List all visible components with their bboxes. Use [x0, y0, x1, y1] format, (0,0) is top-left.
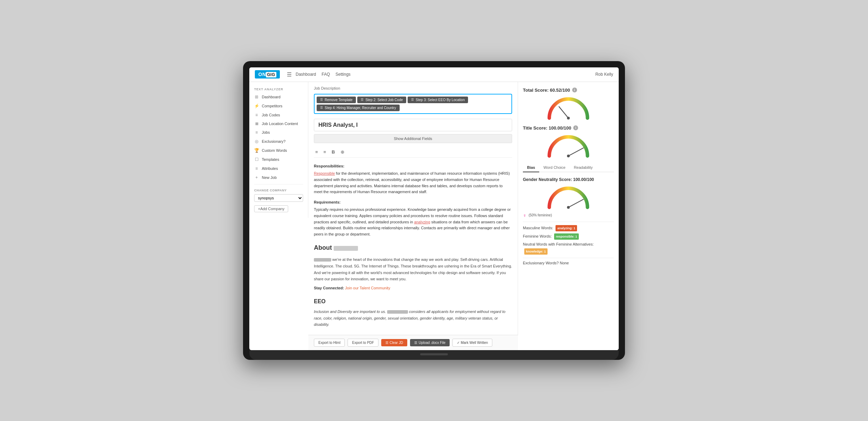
talent-community-link[interactable]: Join our Talent Community [345, 286, 390, 290]
export-pdf-button[interactable]: Export to PDF [348, 339, 378, 347]
sidebar-item-custom-words[interactable]: 🏆 Custom Words [249, 146, 308, 155]
sidebar-item-jobs[interactable]: ≡ Jobs [249, 128, 308, 137]
link-icon[interactable]: ⊕ [339, 149, 346, 155]
bold-icon[interactable]: B [330, 149, 336, 155]
sidebar-item-label: Job Location Content [262, 122, 298, 126]
export-html-button[interactable]: Export to Html [314, 339, 345, 347]
nav-dashboard[interactable]: Dashboard [296, 72, 316, 77]
jd-editor[interactable]: Responsibilities: Responsible for the de… [314, 160, 512, 331]
nav-settings[interactable]: Settings [335, 72, 350, 77]
nav-faq[interactable]: FAQ [322, 72, 330, 77]
requirements-title: Requirements: [314, 199, 512, 206]
sidebar-item-competitors[interactable]: ⚡ Competitors [249, 101, 308, 110]
tab-readability[interactable]: Readability [570, 163, 597, 172]
step1-icon: ☰ [320, 98, 323, 101]
total-score-gauge [546, 96, 591, 120]
ordered-list-icon[interactable]: ≡ [322, 149, 328, 155]
score-divider-2 [523, 258, 614, 258]
step4-icon: ☰ [320, 106, 323, 109]
additional-fields-button[interactable]: Show Additional Fields [314, 134, 512, 143]
sidebar-item-templates[interactable]: ☐ Templates [249, 155, 308, 164]
sidebar-item-new-job[interactable]: + New Job [249, 173, 308, 182]
svg-point-3 [567, 155, 570, 157]
exclusionary-row: Exclusionary Words? None [523, 261, 614, 265]
svg-line-0 [559, 107, 568, 118]
about-title: About [314, 243, 512, 253]
wizard-step-3[interactable]: ☰ Step 3: Select EEO By Location [408, 97, 468, 103]
title-gauge-svg [546, 133, 591, 158]
ongig-logo: ONGIG [255, 70, 280, 79]
unordered-list-icon[interactable]: ≡ [314, 149, 319, 155]
laptop-notch [420, 353, 448, 355]
sidebar-item-label: Exclusionary? [262, 139, 285, 143]
new-job-icon: + [254, 175, 259, 180]
company-blur-inline [314, 258, 331, 262]
wizard-step-2[interactable]: ☰ Step 2: Select Job Code [357, 97, 406, 103]
neutral-words-row: Neutral Words with Feminine Alternatives… [523, 241, 614, 255]
sidebar-item-label: Jobs [262, 130, 270, 134]
sidebar-item-label: Attributes [262, 166, 278, 171]
requirements-text: Typically requires no previous professio… [314, 207, 512, 237]
svg-point-5 [567, 206, 570, 209]
step2-icon: ☰ [361, 98, 364, 101]
eeo-company-blur [387, 310, 408, 314]
mark-well-written-button[interactable]: ✓ Mark Well Written [452, 339, 492, 347]
gender-gauge-svg [546, 185, 591, 209]
job-title-input[interactable] [314, 119, 512, 131]
svg-point-1 [567, 117, 570, 119]
eeo-section: EEO Inclusion and Diversity are importan… [314, 297, 512, 328]
analyzing-word: analyzing [414, 220, 430, 224]
step4-label: Step 4: Hiring Manager, Recruiter and Co… [325, 106, 396, 110]
hamburger-menu[interactable]: ☰ [287, 71, 292, 78]
company-select[interactable]: synopsys [254, 194, 303, 202]
sidebar-item-job-location[interactable]: ▦ Job Location Content [249, 119, 308, 128]
job-codes-icon: ≡ [254, 113, 259, 117]
jobs-icon: ≡ [254, 130, 259, 135]
total-score-label: Total Score: 60.52/100 i [523, 88, 614, 93]
top-navigation: ONGIG ☰ Dashboard FAQ Settings Rob Kelly [249, 67, 619, 82]
svg-line-2 [568, 148, 583, 156]
sidebar-divider [254, 184, 303, 184]
responsibilities-section: Responsibilities: Responsible for the de… [314, 163, 512, 195]
sidebar-item-label: Job Codes [262, 113, 280, 117]
title-score-info-icon[interactable]: i [573, 125, 578, 130]
eeo-text: Inclusion and Diversity are important to… [314, 308, 512, 328]
score-tabs: Bias Word Choice Readability [523, 163, 614, 172]
tab-word-choice[interactable]: Word Choice [539, 163, 569, 172]
knowledge-badge: knowledge: 1 [524, 248, 548, 255]
exclusionary-icon: ◎ [254, 139, 259, 144]
nav-links: Dashboard FAQ Settings [296, 72, 351, 77]
add-company-button[interactable]: +Add Company [254, 205, 288, 212]
gender-score-gauge [546, 185, 591, 209]
gender-score-label: Gender Neutrality Score: 100.00/100 [523, 177, 614, 182]
sidebar-item-label: Dashboard [262, 95, 281, 99]
total-score-info-icon[interactable]: i [572, 88, 577, 92]
score-divider-1 [523, 222, 614, 222]
upload-docx-button[interactable]: ☰ Upload .docx File [410, 339, 450, 346]
sidebar-item-label: New Job [262, 175, 277, 180]
wizard-step-1[interactable]: ☰ Remove Template [317, 97, 356, 103]
eeo-title: EEO [314, 297, 512, 306]
competitors-icon: ⚡ [254, 104, 259, 108]
wizard-steps: ☰ Remove Template ☰ Step 2: Select Job C… [314, 94, 512, 114]
step3-label: Step 3: Select EEO By Location [416, 98, 465, 102]
sidebar-item-attributes[interactable]: ≡ Attributes [249, 164, 308, 173]
feminine-icon: ♀ [523, 213, 527, 218]
responsible-badge: responsible: 1 [554, 233, 579, 240]
sidebar-item-dashboard[interactable]: ⊞ Dashboard [249, 92, 308, 101]
sidebar-item-label: Competitors [262, 104, 282, 108]
analyzing-badge: analyzing: 1 [556, 225, 577, 231]
about-text: we're at the heart of the innovations th… [314, 256, 512, 282]
sidebar-item-job-codes[interactable]: ≡ Job Codes [249, 110, 308, 119]
clear-jd-button[interactable]: ☰ Clear JD [381, 339, 407, 346]
clear-icon: ☰ [385, 341, 389, 345]
sidebar-item-label: Templates [262, 157, 279, 162]
feminine-percent: ♀ (50% feminine) [523, 213, 614, 218]
svg-line-4 [568, 199, 583, 207]
tab-bias[interactable]: Bias [523, 163, 539, 172]
page-title: Job Description [314, 86, 512, 90]
score-panel: Total Score: 60.52/100 i [518, 82, 619, 350]
wizard-step-4[interactable]: ☰ Step 4: Hiring Manager, Recruiter and … [317, 105, 400, 111]
requirements-section: Requirements: Typically requires no prev… [314, 199, 512, 238]
sidebar-item-exclusionary[interactable]: ◎ Exclusionary? [249, 137, 308, 146]
